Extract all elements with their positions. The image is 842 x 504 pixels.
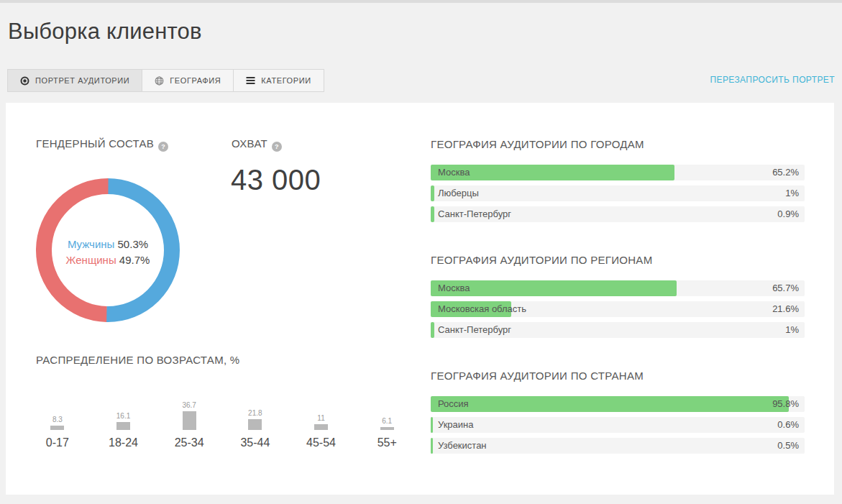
cities-section-title: ГЕОГРАФИЯ АУДИТОРИИ ПО ГОРОДАМ: [431, 138, 644, 150]
age-bar-group: 21.835-44: [222, 385, 288, 449]
age-bar-value: 21.8: [248, 409, 262, 417]
geo-row-label: Московская область: [438, 301, 526, 317]
age-bar-category: 25-34: [175, 436, 204, 449]
help-icon[interactable]: ?: [158, 142, 168, 152]
age-bar-value: 8.3: [52, 416, 63, 423]
regions-section-title: ГЕОГРАФИЯ АУДИТОРИИ ПО РЕГИОНАМ: [431, 254, 652, 266]
age-bar: [248, 419, 262, 430]
geo-row-label: Россия: [438, 396, 469, 412]
report-card: ГЕНДЕРНЫЙ СОСТАВ? Мужчины 50.3%Женщины 4…: [6, 103, 834, 495]
geo-bar-fill: [431, 417, 433, 433]
tab-geography[interactable]: ГЕОГРАФИЯ: [142, 70, 234, 91]
geo-bar-fill: [431, 438, 433, 454]
age-bar-value: 36.7: [182, 401, 196, 409]
age-bar-category: 45-54: [306, 436, 336, 449]
reach-section-title-text: ОХВАТ: [232, 137, 267, 150]
geo-row-value: 1%: [785, 322, 799, 338]
geo-bar-fill: [431, 396, 789, 412]
geo-bar-fill: [431, 206, 434, 222]
age-bar-category: 18-24: [109, 436, 138, 449]
geo-row-value: 65.2%: [772, 165, 799, 180]
age-bar-category: 0-17: [46, 436, 69, 449]
countries-section-title: ГЕОГРАФИЯ АУДИТОРИИ ПО СТРАНАМ: [431, 370, 644, 382]
age-bar-group: 1145-54: [288, 385, 354, 449]
age-bar: [116, 422, 130, 430]
age-bar-group: 6.155+: [354, 385, 420, 449]
help-icon[interactable]: ?: [272, 142, 282, 152]
geo-row: Люберцы1%: [431, 185, 805, 201]
gender-legend-label: Женщины: [66, 254, 119, 266]
tab-bar: ПОРТРЕТ АУДИТОРИИ ГЕОГРАФИЯ КАТЕГОРИИ: [7, 69, 324, 92]
age-bar-category: 35-44: [240, 436, 270, 449]
geo-bar-fill: [431, 322, 434, 338]
gender-section-title-text: ГЕНДЕРНЫЙ СОСТАВ: [36, 137, 154, 150]
tab-audience-portrait[interactable]: ПОРТРЕТ АУДИТОРИИ: [8, 70, 142, 91]
geo-row-value: 0.6%: [777, 417, 799, 433]
age-bar-value: 11: [317, 414, 324, 422]
geo-bar-fill: [431, 185, 434, 201]
geo-row-value: 0.5%: [777, 438, 799, 454]
geo-row-label: Санкт-Петербург: [438, 206, 511, 222]
menu-lines-icon: [246, 76, 255, 85]
geo-row-label: Украина: [438, 417, 474, 433]
regions-bar-list: Москва65.7%Московская область21.6%Санкт-…: [431, 280, 805, 343]
geo-row-label: Санкт-Петербург: [438, 322, 511, 338]
geo-row-value: 1%: [785, 185, 799, 201]
geo-row: Узбекистан0.5%: [431, 438, 805, 454]
geo-row: Москва65.2%: [431, 165, 805, 180]
geo-row-label: Люберцы: [438, 185, 479, 201]
gender-legend: Мужчины 50.3%Женщины 49.7%: [36, 237, 180, 268]
geo-row: Санкт-Петербург0.9%: [431, 206, 805, 222]
geo-row-value: 65.7%: [772, 280, 799, 296]
geo-row: Украина0.6%: [431, 417, 805, 433]
geo-row-label: Узбекистан: [438, 438, 487, 454]
refresh-portrait-link[interactable]: ПЕРЕЗАПРОСИТЬ ПОРТРЕТ: [710, 75, 835, 85]
age-bar-value: 6.1: [382, 417, 392, 425]
age-bar: [183, 411, 196, 430]
geo-row-value: 95.8%: [772, 396, 799, 412]
gender-legend-value: 50.3%: [118, 238, 149, 250]
target-icon: [20, 76, 29, 86]
top-divider: [0, 0, 842, 3]
reach-value: 43 000: [231, 164, 321, 196]
age-bar-value: 16.1: [116, 412, 130, 420]
countries-bar-list: Россия95.8%Украина0.6%Узбекистан0.5%: [431, 396, 805, 459]
geo-row-value: 21.6%: [772, 301, 799, 317]
age-bar: [380, 427, 394, 430]
tab-label: КАТЕГОРИИ: [261, 76, 311, 85]
page-title: Выборка клиентов: [8, 19, 202, 45]
age-bar-group: 36.725-34: [156, 385, 222, 449]
geo-row-label: Москва: [438, 165, 470, 180]
geo-row: Санкт-Петербург1%: [431, 322, 805, 338]
age-bar: [50, 426, 64, 430]
geo-row: Москва65.7%: [431, 280, 805, 296]
age-bar-group: 8.30-17: [24, 385, 91, 449]
gender-legend-label: Мужчины: [68, 238, 118, 250]
geo-row: Московская область21.6%: [431, 301, 805, 317]
cities-bar-list: Москва65.2%Люберцы1%Санкт-Петербург0.9%: [431, 165, 805, 227]
age-section-title: РАСПРЕДЕЛЕНИЕ ПО ВОЗРАСТАМ, %: [36, 354, 240, 366]
geo-row-label: Москва: [438, 280, 470, 296]
tab-label: ПОРТРЕТ АУДИТОРИИ: [35, 76, 129, 85]
gender-legend-line: Женщины 49.7%: [36, 252, 180, 268]
gender-legend-line: Мужчины 50.3%: [36, 237, 180, 252]
gender-legend-value: 49.7%: [119, 254, 150, 266]
tab-categories[interactable]: КАТЕГОРИИ: [234, 70, 323, 91]
geo-row-value: 0.9%: [777, 206, 799, 222]
gender-section-title: ГЕНДЕРНЫЙ СОСТАВ?: [36, 137, 168, 152]
age-bar-group: 16.118-24: [91, 385, 157, 449]
reach-section-title: ОХВАТ?: [232, 137, 282, 152]
age-bar-chart: 8.30-1716.118-2436.725-3421.835-441145-5…: [24, 385, 420, 449]
age-bar: [314, 424, 328, 430]
age-bar-category: 55+: [377, 436, 397, 449]
globe-icon: [155, 76, 164, 86]
geo-row: Россия95.8%: [431, 396, 805, 412]
tab-label: ГЕОГРАФИЯ: [170, 76, 221, 85]
